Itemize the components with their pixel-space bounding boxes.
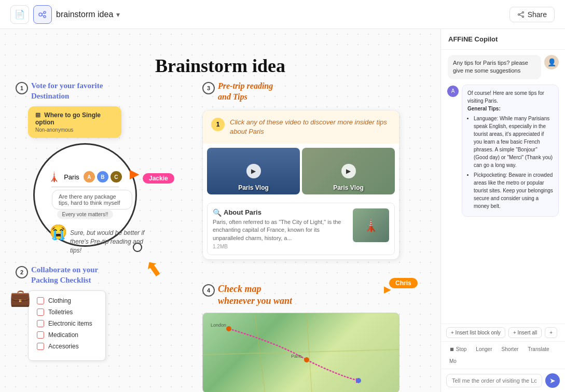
doc-view-button[interactable]: 📄 [10,5,29,24]
section3-label: 3 Pre-trip readingand Tips [202,81,399,103]
packing-item-3: Electronic items [37,320,97,327]
page-title: Brainstorm idea [155,55,285,77]
comment-text: Sure, but would be better if there's Pre… [70,229,153,255]
checkbox-2[interactable] [37,309,44,316]
vote-card[interactable]: ⊞ Where to go Single option Non-anonymou… [28,106,121,138]
copilot-header: AFFiNE Copilot [441,29,565,50]
packing-item-2: Toiletries [37,309,97,316]
videos-row: ▶ Paris Vlog ▶ Paris Vlog [203,144,399,199]
section1-number: 1 [16,82,28,94]
section1-label: 1 Vote for your favoriteDestination [16,81,137,101]
copilot-panel: AFFiNE Copilot Any tips for Paris tips? … [440,29,565,392]
send-button[interactable]: ➤ [545,373,560,388]
share-icon [517,11,525,18]
header-title: brainstorm idea [56,10,113,19]
copilot-input[interactable] [446,374,542,387]
packing-item-1: Clothing [37,297,97,304]
divider [51,187,119,187]
stop-button[interactable]: ⏹ Stop [446,345,470,354]
ai-tip-2: Pickpocketing: Beware in crowded areas l… [474,171,553,210]
header: 📄 brainstorm idea ▾ Share [0,0,565,29]
about-paris-card: 🔍 About Paris Paris, often referred to a… [207,203,395,255]
svg-line-4 [42,15,44,16]
checkbox-4[interactable] [37,331,44,339]
briefcase-icon: 💼 [10,288,31,307]
checkbox-1[interactable] [37,297,44,304]
header-title-area: brainstorm idea ▾ [56,10,120,19]
svg-point-14 [226,326,231,331]
comment-bubble: Are there any package tips, hard to thin… [52,190,132,209]
section4-label: 4 Check mapwhenever you want [202,283,399,307]
ai-message: Of course! Here are some tips for visiti… [462,85,559,217]
svg-point-7 [518,13,519,15]
avatar-2: B [97,171,108,183]
section-packing: 2 Collaborate on yourPacking Checklist 💼… [16,265,106,361]
chris-arrow: ▶ [384,284,391,295]
ai-tip-1: Language: While many Parisians speak Eng… [474,115,553,169]
section4-title: Check mapwhenever you want [218,283,292,307]
ai-intro: Of course! Here are some tips for visiti… [467,90,544,104]
canvas-area: Brainstorm idea 1 Vote for your favorite… [0,29,440,392]
vote-card-title: ⊞ Where to go Single option [35,111,114,126]
vote-card-sub: Non-anonymous [35,127,114,133]
ai-section: General Tips: [467,106,501,111]
header-left: 📄 brainstorm idea ▾ [10,5,120,24]
map-svg: London Paris [203,313,399,392]
right-arrow: ▶ [130,166,139,181]
share-button[interactable]: Share [509,7,555,22]
video1-label: Paris Vlog [210,184,297,191]
section3-number: 3 [202,82,215,94]
video-num-1: 1 [211,118,225,131]
checkbox-5[interactable] [37,343,44,350]
paris-avatars: A B C [84,171,122,183]
header-right: Share [509,7,555,22]
play-button-1[interactable]: ▶ [246,164,261,178]
section-map: 4 Check mapwhenever you want [202,283,399,392]
paris-label: Paris [64,173,79,181]
more-actions-button[interactable]: + [545,327,557,338]
about-paris-size: 1.2MB [213,244,348,249]
user-avatar: 👤 [544,55,559,69]
section3-title: Pre-trip readingand Tips [218,81,273,103]
main-canvas: Brainstorm idea 1 Vote for your favorite… [0,29,565,392]
svg-point-6 [522,16,523,17]
checkbox-3[interactable] [37,320,44,327]
avatar-3: C [111,171,122,183]
vote-item-paris: 🗼 Paris A B C [48,171,122,183]
longer-button[interactable]: Longer [473,345,495,354]
svg-point-15 [304,357,309,362]
section2-title: Collaborate on yourPacking Checklist [31,265,98,285]
share-label: Share [528,10,547,19]
about-paris-image: 🗼 [353,208,389,242]
svg-point-16 [356,378,361,383]
packing-card: Clothing Toiletries Electronic items Med… [28,290,106,361]
svg-text:London: London [211,323,226,328]
section4-number: 4 [202,284,215,297]
svg-point-5 [522,11,523,13]
crying-emoji: 😭 [49,223,67,241]
video-thumb-2[interactable]: ▶ Paris Vlog [302,148,395,194]
svg-point-2 [44,16,46,18]
play-button-2[interactable]: ▶ [341,164,356,178]
chris-label: Chris [389,278,418,288]
every-vote-label: Every vote matters!! [57,210,114,219]
more-button[interactable]: Mo [446,357,460,366]
copilot-controls: ⏹ Stop Longer Shorter Translate Mo [441,341,565,369]
insert-all-button[interactable]: + Insert all [508,327,542,338]
user-message-row: Any tips for Paris tips? please give me … [447,55,559,79]
svg-point-0 [39,13,42,16]
header-chevron-button[interactable]: ▾ [116,10,120,19]
translate-button[interactable]: Translate [525,345,552,354]
copilot-messages: Any tips for Paris tips? please give me … [441,50,565,324]
map-container[interactable]: London Paris [202,313,399,392]
shorter-button[interactable]: Shorter [499,345,522,354]
video-thumb-1[interactable]: ▶ Paris Vlog [207,148,300,194]
video-card-header: 1 Click any of these video to discover m… [203,110,399,144]
svg-line-12 [307,313,312,392]
svg-text:Paris: Paris [291,354,302,359]
flow-view-button[interactable] [33,5,52,24]
packing-item-4: Medication [37,331,97,339]
insert-list-button[interactable]: + Insert list block only [446,327,505,338]
about-paris-text: Paris, often referred to as "The City of… [213,218,348,242]
svg-point-1 [44,11,46,13]
